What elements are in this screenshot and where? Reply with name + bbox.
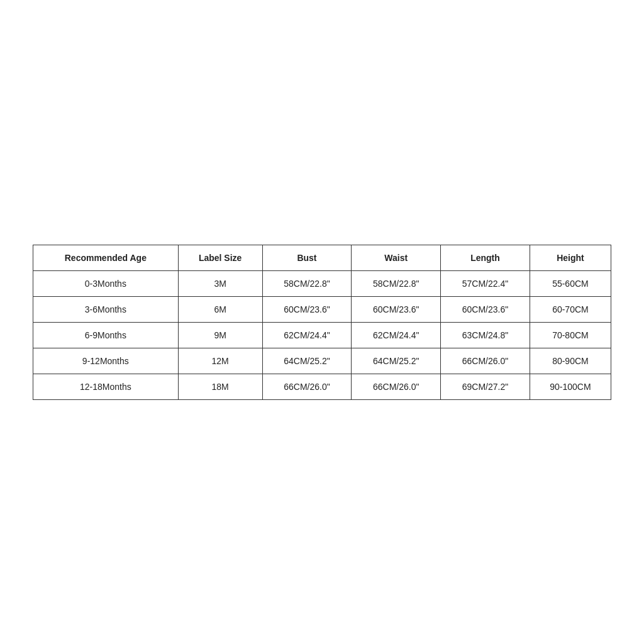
cell-height: 60-70CM	[530, 296, 611, 322]
table-header-row: Recommended Age Label Size Bust Waist Le…	[33, 245, 611, 270]
size-chart-container: Recommended Age Label Size Bust Waist Le…	[33, 245, 611, 400]
size-chart-table: Recommended Age Label Size Bust Waist Le…	[33, 245, 611, 400]
cell-length: 63CM/24.8"	[441, 322, 530, 348]
cell-height: 55-60CM	[530, 270, 611, 296]
table-row: 9-12Months12M64CM/25.2"64CM/25.2"66CM/26…	[33, 348, 611, 374]
cell-label_size: 12M	[178, 348, 262, 374]
cell-height: 80-90CM	[530, 348, 611, 374]
table-row: 12-18Months18M66CM/26.0"66CM/26.0"69CM/2…	[33, 374, 611, 399]
cell-age: 9-12Months	[33, 348, 179, 374]
cell-waist: 60CM/23.6"	[352, 296, 441, 322]
cell-length: 69CM/27.2"	[441, 374, 530, 399]
cell-waist: 64CM/25.2"	[352, 348, 441, 374]
cell-age: 3-6Months	[33, 296, 179, 322]
cell-length: 60CM/23.6"	[441, 296, 530, 322]
cell-label_size: 18M	[178, 374, 262, 399]
cell-length: 66CM/26.0"	[441, 348, 530, 374]
cell-bust: 58CM/22.8"	[262, 270, 352, 296]
cell-label_size: 3M	[178, 270, 262, 296]
cell-height: 70-80CM	[530, 322, 611, 348]
cell-age: 0-3Months	[33, 270, 179, 296]
cell-length: 57CM/22.4"	[441, 270, 530, 296]
cell-label_size: 6M	[178, 296, 262, 322]
header-length: Length	[441, 245, 530, 270]
cell-bust: 66CM/26.0"	[262, 374, 352, 399]
header-recommended-age: Recommended Age	[33, 245, 179, 270]
table-row: 3-6Months6M60CM/23.6"60CM/23.6"60CM/23.6…	[33, 296, 611, 322]
table-row: 0-3Months3M58CM/22.8"58CM/22.8"57CM/22.4…	[33, 270, 611, 296]
cell-label_size: 9M	[178, 322, 262, 348]
cell-bust: 62CM/24.4"	[262, 322, 352, 348]
cell-waist: 66CM/26.0"	[352, 374, 441, 399]
cell-bust: 60CM/23.6"	[262, 296, 352, 322]
cell-height: 90-100CM	[530, 374, 611, 399]
cell-age: 12-18Months	[33, 374, 179, 399]
header-bust: Bust	[262, 245, 352, 270]
table-row: 6-9Months9M62CM/24.4"62CM/24.4"63CM/24.8…	[33, 322, 611, 348]
cell-waist: 62CM/24.4"	[352, 322, 441, 348]
cell-bust: 64CM/25.2"	[262, 348, 352, 374]
header-label-size: Label Size	[178, 245, 262, 270]
header-waist: Waist	[352, 245, 441, 270]
cell-age: 6-9Months	[33, 322, 179, 348]
cell-waist: 58CM/22.8"	[352, 270, 441, 296]
header-height: Height	[530, 245, 611, 270]
